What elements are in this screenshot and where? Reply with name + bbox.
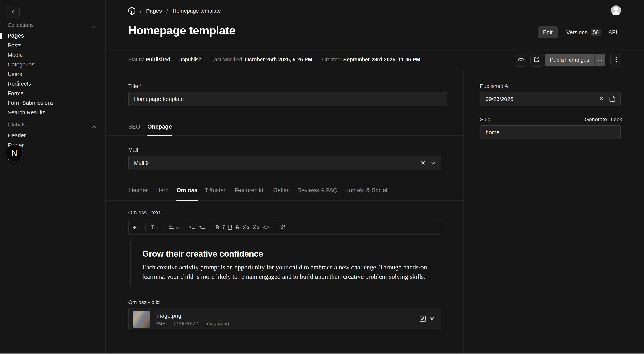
slug-label: Slug [480,116,490,123]
publish-split-button: Publish changes [545,54,605,66]
omoss-text-label: Om oss - text [128,210,160,216]
mall-select[interactable]: Mall 9 ✕ [128,156,441,170]
section-tabs-border [105,200,464,201]
modified-group: Last Modified: October 26th 2025, 5:26 P… [212,57,312,63]
payload-logo-icon[interactable] [128,7,136,15]
toolbar-divider [184,223,184,231]
omoss-bild-label: Om oss - bild [128,299,160,305]
sidebar-item-form-submissions[interactable]: Form Submissions [8,100,54,106]
modified-value: October 26th 2025, 5:26 PM [245,57,312,62]
tab-seo[interactable]: SEO [128,123,140,130]
chevron-down-icon[interactable] [431,161,436,164]
external-link-icon [534,57,540,64]
section-tab-tjanster[interactable]: Tjänster [205,187,226,194]
upload-thumbnail[interactable] [133,311,150,327]
richtext-heading[interactable]: Grow their creative confidence [142,249,263,259]
publish-options-button[interactable] [594,54,605,66]
preview-button[interactable] [515,54,527,67]
sidebar-item-search-results[interactable]: Search Results [8,109,45,116]
publish-changes-button[interactable]: Publish changes [545,54,594,66]
underline-button[interactable]: U [228,224,232,230]
user-avatar[interactable] [611,5,621,15]
status-value: Published [146,57,170,62]
calendar-icon[interactable] [609,96,615,102]
clear-date-button[interactable]: ✕ [599,96,604,102]
subscript-button[interactable]: X2 [242,224,249,230]
title-input[interactable] [128,92,447,106]
outdent-button[interactable] [189,224,195,231]
toolbar-divider [210,223,210,231]
inline-code-button[interactable]: <> [263,224,270,230]
breadcrumb-current: Homepage template [172,8,221,14]
text-style-dropdown[interactable]: T [151,224,159,231]
richtext-gutter-line [130,241,131,287]
section-tab-featurebild[interactable]: Featurebild [234,187,263,194]
italic-button[interactable]: I [223,224,225,231]
edit-upload-button[interactable] [420,316,426,324]
modified-label: Last Modified: [212,57,244,62]
section-tab-reviews-faq[interactable]: Reviews & FAQ [297,187,338,194]
versions-count-badge: 50 [590,29,601,36]
title-field-label: Title* [128,83,142,89]
chevron-down-icon [598,57,602,64]
published-at-label: Published At [480,83,510,89]
strikethrough-button[interactable]: S [236,224,239,230]
chevron-up-icon [92,23,96,30]
richtext-paragraph[interactable]: Each creative activity prompt is an oppo… [142,262,440,281]
sidebar: Collections Pages Posts Media Categories… [0,0,106,354]
sidebar-item-pages[interactable]: Pages [8,33,24,39]
bold-button[interactable]: B [215,224,219,230]
sidebar-item-redirects[interactable]: Redirects [8,81,31,87]
nextjs-dev-badge[interactable]: N [6,144,23,162]
sidebar-item-users[interactable]: Users [8,71,22,77]
section-tab-om-oss[interactable]: Om oss [176,187,198,194]
sidebar-item-forms[interactable]: Forms [8,90,23,97]
mall-field-label: Mall [128,147,138,153]
sidebar-item-categories[interactable]: Categories [8,62,34,68]
chevron-left-icon [12,9,15,16]
section-tab-hero[interactable]: Hero [156,187,168,194]
upload-field-card: image.png 2MB — 1446x1572 — image/png ✕ [128,308,441,330]
versions-tab-button[interactable]: Versions 50 [566,29,601,36]
slug-generate-button[interactable]: Generate [585,116,607,123]
indent-button[interactable] [199,224,205,231]
edit-pencil-icon [420,316,426,324]
link-button[interactable] [280,224,286,231]
open-live-preview-button[interactable] [530,54,543,67]
section-tab-kontakt-socialt[interactable]: Kontakt & Socialt [345,187,389,194]
nav-group-globals[interactable]: Globals [8,122,26,128]
insert-block-button[interactable]: + [132,224,140,231]
slug-lock-button[interactable]: Lock [611,116,622,123]
text-style-icon: T [151,224,154,231]
slug-input[interactable] [480,125,621,139]
nav-group-collections[interactable]: Collections [8,22,34,28]
api-tab-button[interactable]: API [608,29,618,36]
superscript-button[interactable]: X2 [252,224,259,230]
unpublish-link[interactable]: Unpublish [178,57,202,62]
edit-tab-button[interactable]: Edit [538,27,558,38]
sidebar-item-posts[interactable]: Posts [8,42,22,49]
divider [105,49,644,49]
plus-icon: + [132,224,136,231]
sidebar-item-header[interactable]: Header [8,132,26,139]
sidebar-item-media[interactable]: Media [8,52,23,58]
breadcrumb-separator: / [140,8,142,14]
outdent-icon [189,224,195,231]
chevron-down-icon [156,224,158,230]
section-tab-header[interactable]: Header [129,187,148,194]
divider [105,70,644,71]
breadcrumb-pages[interactable]: Pages [146,8,162,14]
active-section-indicator [176,200,198,201]
collapse-sidebar-button[interactable] [7,6,20,18]
alignment-dropdown[interactable] [169,224,179,231]
tab-onepage[interactable]: Onepage [147,123,172,130]
remove-upload-button[interactable]: ✕ [430,316,434,322]
upload-filename[interactable]: image.png [155,313,181,319]
required-asterisk: * [140,83,142,89]
section-tab-galleri[interactable]: Galleri [273,187,290,194]
clear-icon[interactable]: ✕ [421,160,426,166]
chevron-down-icon [137,224,140,230]
viewport-edge [0,353,644,354]
active-nav-indicator [0,33,2,39]
more-options-button[interactable] [610,54,622,67]
